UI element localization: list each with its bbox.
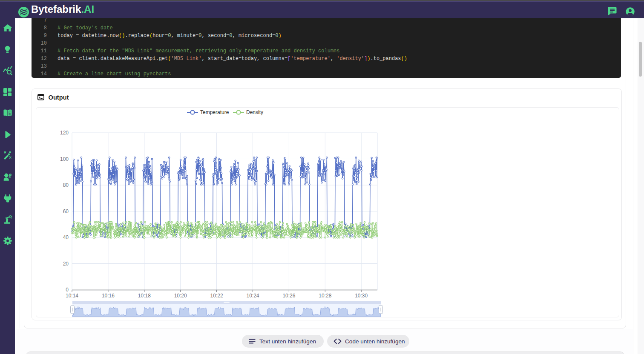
svg-text:10:20: 10:20 xyxy=(174,293,187,299)
svg-text:100: 100 xyxy=(60,156,69,162)
svg-text:0: 0 xyxy=(66,287,69,293)
svg-text:20: 20 xyxy=(63,261,69,267)
svg-text:10:14: 10:14 xyxy=(66,293,78,299)
svg-text:60: 60 xyxy=(63,208,69,214)
svg-text:10:18: 10:18 xyxy=(138,293,151,299)
svg-text:Temperature: Temperature xyxy=(200,109,229,115)
svg-text:10:30: 10:30 xyxy=(355,293,368,299)
svg-text:80: 80 xyxy=(63,182,69,188)
svg-text:10:22: 10:22 xyxy=(210,293,223,299)
svg-text:10:26: 10:26 xyxy=(282,293,295,299)
svg-text:10:28: 10:28 xyxy=(319,293,331,299)
svg-text:10:16: 10:16 xyxy=(102,293,115,299)
svg-text:10:24: 10:24 xyxy=(246,293,259,299)
svg-text:Density: Density xyxy=(246,109,263,115)
svg-text:40: 40 xyxy=(63,234,69,240)
svg-text:120: 120 xyxy=(60,130,69,136)
